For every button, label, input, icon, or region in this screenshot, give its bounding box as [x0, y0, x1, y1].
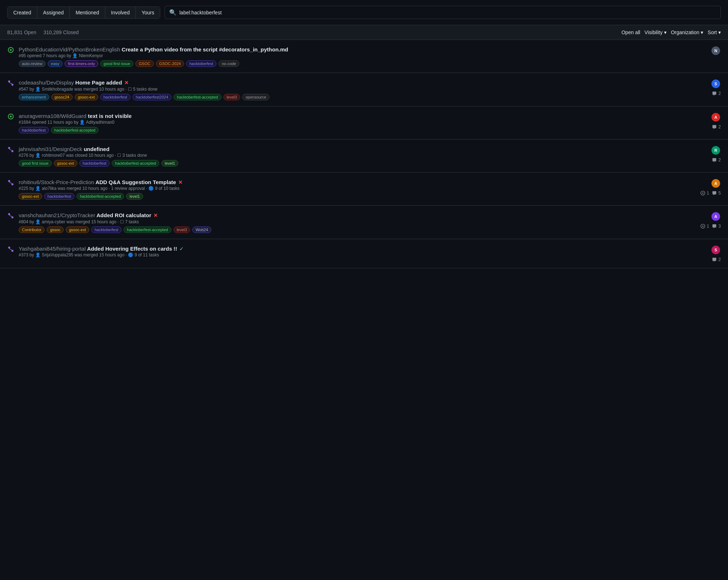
label: enhancement — [19, 94, 49, 100]
issue-content: rohitinu6/Stock-Price-Prediction ADD Q&A… — [19, 178, 696, 200]
label: hacktoberfest-accepted — [112, 160, 159, 166]
label: level3 — [174, 227, 190, 233]
svg-point-12 — [9, 214, 10, 215]
label: gssoc-ext — [19, 193, 42, 200]
label: hacktoberfest — [91, 227, 121, 233]
label: hacktoberfest — [186, 60, 216, 67]
issue-content: codeaashu/DevDisplay Home Page added✕ #5… — [19, 79, 706, 100]
issue-content: Yashgabani845/hiring-portal Added Hoveri… — [19, 245, 706, 260]
label: hacktoberfest-accepted — [124, 227, 171, 233]
label: auto-review — [19, 60, 46, 67]
issue-sub-right: 2 — [712, 124, 721, 129]
label: hacktoberfest2024 — [133, 94, 172, 100]
label: opensource — [242, 94, 269, 100]
issue-item[interactable]: PythonEducationVid/PythonBrokenEnglish C… — [0, 40, 728, 73]
svg-point-3 — [12, 84, 13, 86]
comment-count: 2 — [712, 257, 721, 262]
issue-meta: #804 by 👤 amiya-cyber was merged 15 hour… — [19, 219, 696, 224]
issue-meta: #225 by 👤 alo7lika was merged 10 hours a… — [19, 186, 696, 191]
issue-meta: #373 by 👤 SrijaVuppala295 was merged 15 … — [19, 252, 706, 257]
issue-item[interactable]: Yashgabani845/hiring-portal Added Hoveri… — [0, 239, 728, 268]
tab-assigned[interactable]: Assigned — [37, 7, 70, 18]
label: hacktoberfest — [79, 160, 110, 166]
stats-right: Open all Visibility ▾ Organization ▾ Sor… — [621, 29, 721, 35]
label: GSOC-2024 — [156, 60, 184, 67]
issue-sub-right: 2 — [712, 91, 721, 96]
issue-avatars: A — [711, 211, 721, 222]
sort-dropdown[interactable]: Sort ▾ — [708, 29, 721, 35]
label: gssoc-ext — [54, 160, 77, 166]
svg-point-8 — [9, 180, 10, 182]
label-list: hacktoberfesthacktoberfest-accepted — [19, 127, 706, 133]
search-icon: 🔍 — [169, 9, 176, 16]
search-input[interactable] — [179, 10, 716, 15]
issue-sub-right: 2 — [712, 157, 721, 163]
issue-meta: #547 by 👤 Smitkhobragade was merged 10 h… — [19, 87, 706, 92]
tab-yours[interactable]: Yours — [136, 7, 160, 18]
label: good first issue — [100, 60, 133, 67]
svg-point-7 — [12, 150, 13, 152]
issue-content: vanshchauhan21/CryptoTracker Added ROI c… — [19, 211, 696, 233]
issue-avatars: A — [711, 112, 721, 122]
issue-item[interactable]: rohitinu6/Stock-Price-Prediction ADD Q&A… — [0, 173, 728, 206]
issues-list: PythonEducationVid/PythonBrokenEnglish C… — [0, 40, 728, 268]
label: gssoc — [47, 227, 64, 233]
issue-type-icon — [7, 146, 14, 153]
visibility-dropdown[interactable]: Visibility ▾ — [645, 29, 667, 35]
svg-point-17 — [12, 250, 13, 251]
issue-meta: #1684 opened 11 hours ago by 👤 Adityadhi… — [19, 120, 706, 125]
issue-type-icon — [7, 113, 14, 120]
label: no-code — [218, 60, 239, 67]
issue-sub-right: 1 3 — [700, 224, 721, 229]
issue-right: A 1 5 — [700, 178, 721, 196]
label: hacktoberfest — [100, 94, 130, 100]
issue-item[interactable]: codeaashu/DevDisplay Home Page added✕ #5… — [0, 73, 728, 106]
open-count: 81,831 Open — [7, 29, 36, 35]
issue-content: anuragverma108/WildGuard text is not vis… — [19, 112, 706, 133]
stats-bar: 81,831 Open 310,289 Closed Open all Visi… — [0, 25, 728, 40]
comment-count: 5 — [712, 191, 721, 196]
tabs: Created Assigned Mentioned Involved Your… — [7, 6, 160, 19]
issue-right: A 1 3 — [700, 211, 721, 229]
comment-count: 2 — [712, 157, 721, 163]
issue-sub-right: 1 5 — [700, 191, 721, 196]
issue-title: vanshchauhan21/CryptoTracker Added ROI c… — [19, 212, 158, 218]
stats-left: 81,831 Open 310,289 Closed — [7, 29, 79, 35]
issue-avatars: S — [711, 79, 721, 89]
label-list: Contributorgssocgssoc-exthacktoberfestha… — [19, 227, 696, 233]
tab-mentioned[interactable]: Mentioned — [70, 7, 105, 18]
issue-avatars: A — [711, 178, 721, 188]
top-bar: Created Assigned Mentioned Involved Your… — [0, 0, 728, 25]
label-list: enhancementgssoc24gssoc-exthacktoberfest… — [19, 94, 706, 100]
issue-item[interactable]: jahnvisahni31/DesignDeck undefined #276 … — [0, 140, 728, 173]
issue-avatars: N — [711, 46, 721, 56]
issue-item[interactable]: vanshchauhan21/CryptoTracker Added ROI c… — [0, 206, 728, 239]
issue-right: S 2 — [711, 245, 721, 262]
label: GSOC — [135, 60, 153, 67]
issue-item[interactable]: anuragverma108/WildGuard text is not vis… — [0, 106, 728, 140]
label: hacktoberfest-accepted — [174, 94, 221, 100]
issue-avatars: S — [711, 245, 721, 255]
open-all-button[interactable]: Open all — [621, 29, 640, 35]
issue-right: A 2 — [711, 112, 721, 129]
open-issues-indicator: 1 — [700, 191, 709, 196]
label-list: auto-revieweasyfirst-timers-onlygood fir… — [19, 60, 706, 67]
search-bar[interactable]: 🔍 — [165, 6, 721, 19]
label-list: gssoc-exthacktoberfesthacktoberfest-acce… — [19, 193, 696, 200]
organization-dropdown[interactable]: Organization ▾ — [671, 29, 703, 35]
closed-count: 310,289 Closed — [43, 29, 79, 35]
issue-content: PythonEducationVid/PythonBrokenEnglish C… — [19, 46, 706, 67]
issue-type-icon — [7, 246, 14, 253]
svg-point-13 — [12, 217, 13, 218]
svg-point-15 — [702, 225, 704, 227]
issue-title: jahnvisahni31/DesignDeck undefined — [19, 146, 110, 152]
svg-point-9 — [12, 183, 13, 185]
issue-type-icon — [7, 212, 14, 219]
issue-title: PythonEducationVid/PythonBrokenEnglish C… — [19, 46, 288, 52]
issue-avatars: R — [711, 145, 721, 155]
issue-title: anuragverma108/WildGuard text is not vis… — [19, 113, 132, 119]
tab-created[interactable]: Created — [8, 7, 37, 18]
tab-involved[interactable]: Involved — [105, 7, 136, 18]
issue-title: codeaashu/DevDisplay Home Page added✕ — [19, 79, 129, 86]
label: easy — [48, 60, 63, 67]
